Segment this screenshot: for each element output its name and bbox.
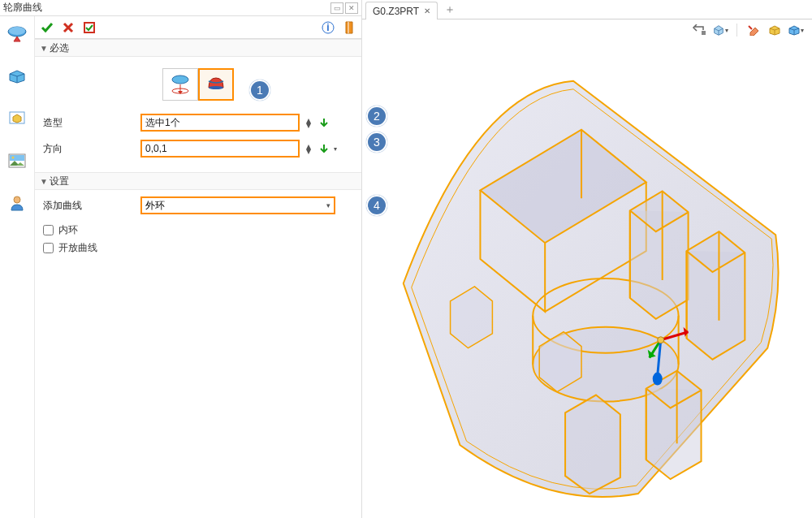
erase-icon[interactable] [745, 22, 762, 38]
field-shape-value[interactable]: 选中1个 [145, 116, 295, 130]
help-button[interactable] [340, 19, 358, 37]
field-addcurve-select[interactable]: 外环 ▾ [140, 196, 335, 214]
type-selector-row: 1 [43, 68, 353, 101]
field-direction: 方向 ▴▾ ▾ [43, 138, 353, 159]
annotation-3: 3 [366, 132, 387, 153]
ok-button[interactable] [38, 19, 56, 37]
solid-icon[interactable] [767, 22, 783, 38]
section-required-title: 必选 [50, 41, 69, 55]
svg-point-6 [14, 196, 20, 203]
annotation-4: 4 [366, 195, 387, 216]
svg-point-22 [658, 337, 664, 343]
section-settings-body: 添加曲线 外环 ▾ 4 内环 开放曲线 [35, 190, 361, 265]
check-open-row: 开放曲线 [43, 239, 353, 257]
close-panel-button[interactable]: ✕ [345, 2, 358, 14]
package-icon[interactable] [6, 107, 28, 130]
svg-point-1 [9, 27, 25, 35]
shape-pick-icon[interactable] [317, 116, 330, 129]
annotation-2: 2 [366, 106, 387, 127]
collapse-arrow-icon: ▼ [40, 44, 50, 53]
right-panel: G0.Z3PRT ✕ ＋ ▾ ▾ [362, 0, 812, 518]
field-addcurve-label: 添加曲线 [43, 199, 140, 213]
side-icon-bar [0, 16, 34, 518]
cube-icon[interactable]: ▾ [788, 22, 804, 38]
section-settings-title: 设置 [50, 175, 69, 188]
tab-document[interactable]: G0.Z3PRT ✕ [365, 2, 438, 19]
viewport-toolbar: ▾ ▾ [362, 19, 812, 41]
direction-pick-icon[interactable] [317, 142, 330, 155]
type-option-projection[interactable] [162, 68, 198, 101]
apply-button[interactable] [80, 19, 98, 37]
check-open[interactable] [43, 243, 54, 253]
section-settings-header[interactable]: ▼ 设置 [35, 172, 361, 190]
part-icon[interactable] [6, 65, 28, 88]
tabs-bar: G0.Z3PRT ✕ ＋ [362, 0, 812, 19]
field-shape: 造型 选中1个 ▴▾ [43, 112, 353, 133]
image-icon[interactable] [6, 149, 28, 172]
direction-dropdown-icon[interactable]: ▾ [334, 145, 340, 153]
panel-body: i ▼ 必选 [0, 16, 361, 518]
field-addcurve: 添加曲线 外环 ▾ [43, 195, 353, 216]
model-render [362, 41, 812, 518]
left-panel: 轮廓曲线 ▭ ✕ [0, 0, 362, 518]
cancel-button[interactable] [59, 19, 77, 37]
viewport-3d[interactable] [362, 41, 812, 518]
toolbar-separator [736, 24, 737, 37]
panel-title: 轮廓曲线 [3, 1, 329, 15]
orient-icon[interactable]: ▾ [712, 22, 728, 38]
svg-text:i: i [326, 22, 329, 33]
panel-title-bar: 轮廓曲线 ▭ ✕ [0, 0, 361, 16]
annotation-1: 1 [249, 80, 270, 101]
tab-close-icon[interactable]: ✕ [424, 6, 430, 15]
collapse-arrow-icon: ▼ [40, 177, 50, 186]
svg-point-12 [209, 86, 223, 89]
shape-step-buttons[interactable]: ▴▾ [303, 115, 314, 130]
form-toolbar: i [35, 16, 361, 39]
check-inner-label: 内环 [58, 223, 78, 237]
minimize-button[interactable]: ▭ [330, 2, 343, 14]
svg-rect-13 [702, 31, 706, 35]
tab-add-button[interactable]: ＋ [438, 1, 462, 19]
svg-point-10 [172, 76, 188, 84]
field-addcurve-value: 外环 [145, 199, 165, 213]
svg-rect-7 [84, 23, 94, 32]
info-button[interactable]: i [319, 19, 337, 37]
section-required-body: 1 造型 选中1个 ▴▾ 2 方向 [35, 57, 361, 172]
svg-point-21 [653, 373, 663, 386]
home-view-icon[interactable] [691, 22, 707, 38]
direction-step-buttons[interactable]: ▴▾ [303, 141, 314, 156]
field-shape-label: 造型 [43, 116, 140, 130]
svg-point-5 [12, 157, 15, 159]
main-form: i ▼ 必选 [34, 16, 361, 518]
check-open-label: 开放曲线 [58, 241, 97, 255]
dropdown-arrow-icon: ▾ [326, 201, 330, 209]
user-icon[interactable] [6, 192, 28, 214]
check-inner[interactable] [43, 225, 54, 235]
tab-label: G0.Z3PRT [373, 6, 419, 17]
section-required-header[interactable]: ▼ 必选 [35, 39, 361, 57]
field-direction-label: 方向 [43, 142, 140, 156]
check-inner-row: 内环 [43, 221, 353, 239]
field-direction-input[interactable] [145, 143, 295, 154]
type-option-silhouette[interactable] [198, 68, 234, 101]
feature-icon[interactable] [6, 23, 28, 45]
